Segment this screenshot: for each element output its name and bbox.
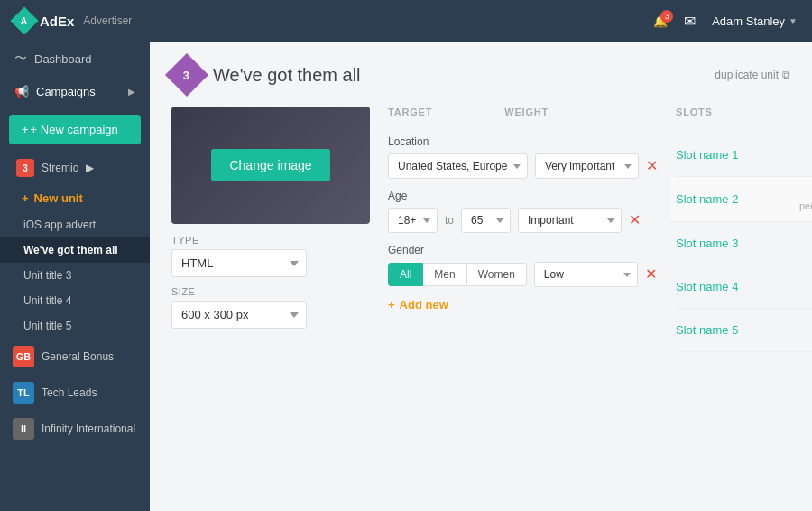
type-select[interactable]: HTML <box>171 249 307 277</box>
notification-badge: 3 <box>660 10 673 23</box>
target-section: TARGET Weight Location Unated States, Eu… <box>388 107 658 311</box>
gender-delete-button[interactable]: ✕ <box>645 267 657 282</box>
sidebar-item-infinity-intl[interactable]: II Infinity International <box>0 411 150 447</box>
logo-text: AdEx <box>40 14 74 29</box>
new-campaign-button[interactable]: + + New campaign <box>9 115 141 144</box>
type-size-fields: Type HTML Size 600 x 300 px <box>171 235 370 329</box>
dashboard-icon: 〜 <box>14 51 27 67</box>
duplicate-icon: ⧉ <box>782 69 790 81</box>
location-label: Location <box>388 135 658 148</box>
sidebar-unit-ios[interactable]: iOS app advert <box>0 212 150 237</box>
stremio-arrow-icon: ▶ <box>86 162 94 174</box>
sidebar: 〜 Dashboard 📢 Campaigns ▶ + + New campai… <box>0 42 150 511</box>
page-header: 3 We've got them all duplicate unit ⧉ <box>171 60 790 90</box>
slot-row-5: Slot name 5 1 000 per day <box>676 309 812 352</box>
general-bonus-logo: GB <box>13 346 34 367</box>
age-label: Age <box>388 190 658 202</box>
campaigns-icon: 📢 <box>14 85 29 98</box>
sidebar-item-general-bonus[interactable]: GB General Bonus <box>0 339 150 375</box>
top-header: A AdEx Advertiser 🔔 3 ✉ Adam Stanley ▼ <box>0 0 812 42</box>
gender-row: Gender All Men Women Low ✕ <box>388 244 658 287</box>
type-field: Type HTML <box>171 235 370 277</box>
slot-row-3: Slot name 3 1 300 per click <box>676 222 812 265</box>
plus-icon: + <box>22 123 29 136</box>
age-from-select[interactable]: 18+ <box>388 208 438 233</box>
change-image-button[interactable]: Change image <box>211 149 329 181</box>
gender-men-button[interactable]: Men <box>423 263 466 286</box>
sidebar-unit-wgta[interactable]: We've got them all <box>0 237 150 263</box>
tech-leads-logo: TL <box>13 382 34 404</box>
slot-name-1[interactable]: Slot name 1 <box>676 148 812 162</box>
page-title: We've got them all <box>213 65 361 86</box>
gender-buttons: All Men Women <box>388 263 527 286</box>
location-row: Location Unated States, Europe Very impo… <box>388 135 658 179</box>
slots-header: SLOTS Traffic ▼ <box>676 107 812 126</box>
slots-label: SLOTS <box>676 107 713 117</box>
slot-name-4[interactable]: Slot name 4 <box>676 280 812 293</box>
type-label: Type <box>171 235 370 246</box>
main-layout: 〜 Dashboard 📢 Campaigns ▶ + + New campai… <box>0 42 812 511</box>
age-row: Age 18+ to 65 Important ✕ <box>388 190 658 233</box>
age-to-label: to <box>445 214 454 227</box>
slot-traffic-2: 2 000 per month <box>799 187 812 211</box>
header-right: 🔔 3 ✉ Adam Stanley ▼ <box>653 13 798 30</box>
weight-label: Weight <box>504 107 549 117</box>
location-select[interactable]: Unated States, Europe <box>388 153 528 179</box>
infinity-intl-logo: II <box>13 418 34 440</box>
sidebar-unit-4[interactable]: Unit title 4 <box>0 288 150 313</box>
sidebar-item-stremio[interactable]: 3 Stremio ▶ <box>0 152 150 184</box>
size-field: Size 600 x 300 px <box>171 286 370 329</box>
gender-label: Gender <box>388 244 658 256</box>
stremio-logo: 3 <box>16 159 34 177</box>
slot-row-1: Slot name 1 1 000 per day <box>676 134 812 177</box>
sidebar-item-dashboard[interactable]: 〜 Dashboard <box>0 42 150 76</box>
slot-row-2: Slot name 2 2 000 per month Place bid <box>670 177 812 222</box>
target-label: TARGET <box>388 107 432 117</box>
age-importance-select[interactable]: Important <box>518 208 622 233</box>
notification-icon[interactable]: 🔔 3 <box>653 14 668 28</box>
slot-name-5[interactable]: Slot name 5 <box>676 323 812 337</box>
slots-section: SLOTS Traffic ▼ Slot name 1 1 000 per da… <box>676 107 812 352</box>
size-select[interactable]: 600 x 300 px <box>171 301 307 329</box>
mail-icon[interactable]: ✉ <box>684 13 696 30</box>
sidebar-unit-5[interactable]: Unit title 5 <box>0 313 150 339</box>
location-delete-button[interactable]: ✕ <box>646 159 658 173</box>
sidebar-item-campaigns[interactable]: 📢 Campaigns ▶ <box>0 76 150 107</box>
age-delete-button[interactable]: ✕ <box>629 213 641 228</box>
size-label: Size <box>171 286 370 297</box>
campaigns-arrow-icon: ▶ <box>128 87 135 97</box>
gender-all-button[interactable]: All <box>388 263 423 286</box>
new-unit-button[interactable]: + New unit <box>0 184 150 212</box>
plus-icon: + <box>22 191 29 205</box>
plus-icon: + <box>388 298 395 311</box>
gender-women-button[interactable]: Women <box>467 263 527 286</box>
logo-sub: Advertiser <box>83 14 132 27</box>
chevron-down-icon: ▼ <box>789 16 798 26</box>
add-new-button[interactable]: + Add new <box>388 298 658 311</box>
user-name[interactable]: Adam Stanley ▼ <box>712 14 798 28</box>
slot-row-4: Slot name 4 1 300 per click <box>676 265 812 309</box>
image-area[interactable]: Change image <box>171 107 370 224</box>
slot-name-2[interactable]: Slot name 2 <box>676 192 792 206</box>
page-title-icon: 3 <box>165 53 208 97</box>
content-area: 3 We've got them all duplicate unit ⧉ Ch… <box>150 42 812 511</box>
sidebar-unit-3[interactable]: Unit title 3 <box>0 263 150 288</box>
gender-importance-select[interactable]: Low <box>534 262 638 287</box>
sidebar-item-tech-leads[interactable]: TL Tech Leads <box>0 375 150 411</box>
location-importance-select[interactable]: Very important <box>535 153 639 179</box>
logo-area: A AdEx Advertiser <box>14 11 132 31</box>
logo-diamond: A <box>10 6 38 34</box>
slot-name-3[interactable]: Slot name 3 <box>676 237 812 250</box>
duplicate-unit-button[interactable]: duplicate unit ⧉ <box>715 69 790 81</box>
age-to-select[interactable]: 65 <box>461 208 511 233</box>
